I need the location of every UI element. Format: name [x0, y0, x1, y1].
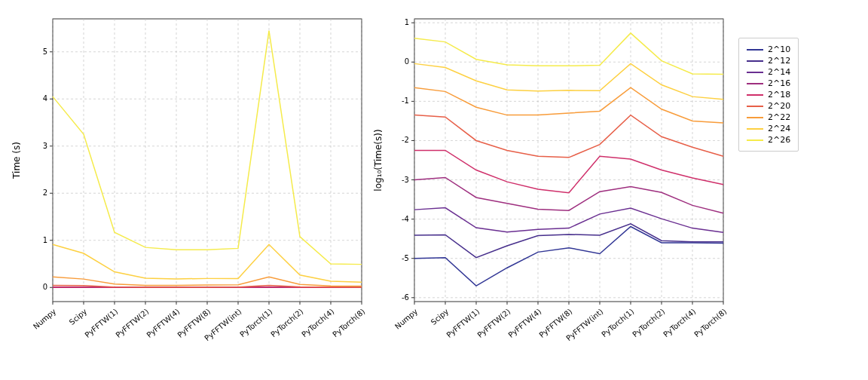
- legend-label: 2^18: [768, 90, 790, 100]
- legend-swatch: [747, 106, 763, 107]
- left-panel: 012345NumpyScipyPyFFTW(1)PyFFTW(2)PyFFTW…: [8, 8, 369, 380]
- y-tick-label: -6: [402, 293, 409, 302]
- x-tick-label: PyFFTW(1): [83, 307, 119, 339]
- x-tick-label: Numpy: [32, 307, 58, 331]
- legend-entry: 2^26: [747, 135, 790, 145]
- series-line: [414, 33, 723, 75]
- legend-label: 2^10: [768, 44, 790, 54]
- right-panel: -6-5-4-3-2-101NumpyScipyPyFFTW(1)PyFFTW(…: [369, 8, 731, 380]
- legend-entry: 2^20: [747, 101, 790, 111]
- legend-entry: 2^14: [747, 67, 790, 77]
- y-tick-label: 1: [405, 18, 409, 26]
- y-tick-label: 4: [43, 94, 47, 103]
- y-axis-label: Time (s): [11, 142, 22, 179]
- legend-entry: 2^22: [747, 112, 790, 122]
- x-tick-label: Scipy: [68, 307, 89, 326]
- y-tick-label: 2: [43, 188, 47, 197]
- y-tick-label: 0: [43, 283, 47, 291]
- x-tick-label: PyFFTW(2): [114, 307, 150, 339]
- x-tick-label: PyTorch(1): [600, 307, 635, 339]
- legend: 2^102^122^142^162^182^202^222^242^26: [738, 38, 799, 152]
- legend-swatch: [747, 49, 763, 51]
- x-tick-label: Numpy: [393, 307, 420, 331]
- y-tick-label: -3: [402, 176, 409, 184]
- legend-swatch: [747, 117, 763, 118]
- legend-label: 2^22: [768, 112, 790, 122]
- x-tick-label: PyTorch(1): [238, 307, 274, 339]
- x-tick-label: PyFFTW(4): [506, 307, 542, 339]
- x-tick-label: PyFFTW(4): [145, 307, 181, 339]
- y-tick-label: 0: [405, 57, 409, 66]
- legend-entry: 2^10: [747, 44, 790, 54]
- x-tick-label: PyTorch(2): [269, 307, 304, 339]
- legend-swatch: [747, 72, 763, 73]
- y-axis-label: log₁₀(Time(s)): [373, 129, 384, 191]
- y-tick-label: 5: [43, 48, 47, 56]
- x-tick-label: PyTorch(4): [300, 307, 335, 339]
- legend-swatch: [747, 60, 763, 62]
- legend-entry: 2^12: [747, 56, 790, 66]
- x-tick-label: PyTorch(8): [692, 307, 728, 339]
- y-tick-label: -5: [402, 254, 409, 262]
- x-tick-label: Scipy: [429, 307, 451, 326]
- legend-label: 2^12: [768, 56, 790, 66]
- x-tick-label: PyTorch(2): [631, 307, 666, 339]
- legend-entry: 2^24: [747, 124, 790, 133]
- x-tick-label: PyTorch(8): [331, 307, 366, 339]
- y-tick-label: -1: [402, 97, 409, 105]
- y-tick-label: 3: [43, 142, 47, 150]
- legend-entry: 2^16: [747, 78, 790, 88]
- legend-label: 2^20: [768, 101, 790, 111]
- legend-label: 2^14: [768, 67, 790, 77]
- legend-label: 2^24: [768, 124, 790, 133]
- legend-label: 2^16: [768, 78, 790, 88]
- legend-entry: 2^18: [747, 90, 790, 100]
- x-tick-label: PyFFTW(1): [445, 307, 481, 339]
- legend-swatch: [747, 83, 763, 84]
- y-tick-label: -2: [402, 136, 409, 144]
- x-tick-label: PyFFTW(2): [475, 307, 512, 339]
- figure: 012345NumpyScipyPyFFTW(1)PyFFTW(2)PyFFTW…: [8, 8, 860, 380]
- legend-swatch: [747, 94, 763, 96]
- legend-swatch: [747, 139, 763, 141]
- y-tick-label: -4: [402, 215, 409, 223]
- y-tick-label: 1: [43, 236, 47, 244]
- legend-swatch: [747, 128, 763, 130]
- x-tick-label: PyTorch(4): [662, 307, 697, 339]
- legend-label: 2^26: [768, 135, 790, 145]
